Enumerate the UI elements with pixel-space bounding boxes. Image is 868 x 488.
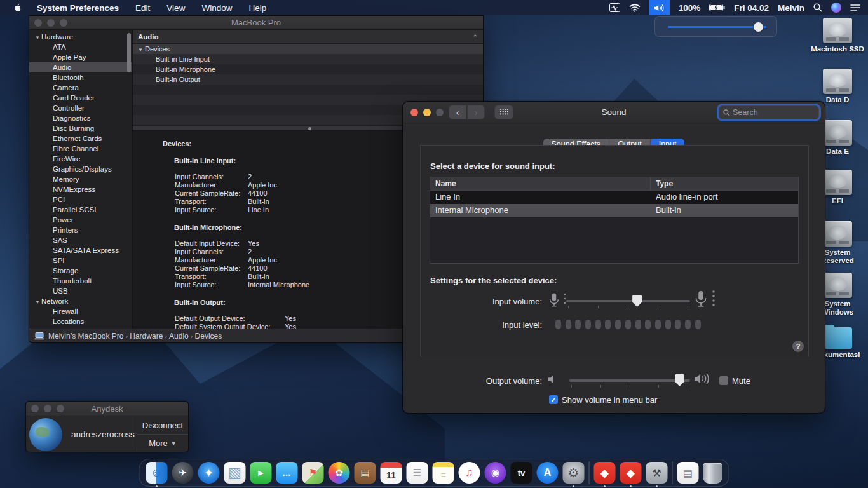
- sidebar-item-memory[interactable]: Memory: [29, 174, 132, 184]
- spotlight-search-icon[interactable]: [813, 0, 822, 15]
- sidebar-item-network[interactable]: ▼Network: [29, 296, 132, 306]
- sidebar-item-controller[interactable]: Controller: [29, 103, 132, 113]
- device-row-line-in[interactable]: Line InAudio line-in port: [430, 191, 798, 204]
- sound-title-bar[interactable]: ‹ › Sound: [403, 102, 825, 123]
- photo-frame-icon[interactable]: ▧: [224, 462, 246, 484]
- disclosure-triangle-icon[interactable]: ▼: [35, 33, 41, 43]
- column-header-type[interactable]: Type: [651, 177, 798, 190]
- anydesk-icon-2[interactable]: ◆: [620, 462, 642, 484]
- fast-user-switch[interactable]: Melvin: [778, 3, 804, 13]
- sidebar-item-nvmexpress[interactable]: NVMExpress: [29, 184, 132, 194]
- wifi-icon[interactable]: [629, 0, 641, 15]
- sidebar-item-locations[interactable]: Locations: [29, 316, 132, 327]
- breadcrumb-item[interactable]: Melvin’s MacBook Pro: [48, 332, 124, 341]
- sidebar-item-apple-pay[interactable]: Apple Pay: [29, 52, 132, 62]
- input-volume-slider[interactable]: [566, 300, 690, 302]
- menu-item-window[interactable]: Window: [201, 3, 232, 13]
- reminders-icon[interactable]: ☰: [407, 462, 428, 484]
- sidebar-item-thunderbolt[interactable]: Thunderbolt: [29, 276, 132, 286]
- launchpad-icon[interactable]: ✈: [172, 462, 194, 484]
- sidebar-item-printers[interactable]: Printers: [29, 225, 132, 235]
- sidebar-scrollbar[interactable]: [127, 33, 131, 72]
- notification-center-icon[interactable]: [850, 0, 860, 15]
- safari-icon[interactable]: ✦: [198, 462, 220, 484]
- menu-item-system-preferences[interactable]: System Preferences: [37, 3, 119, 13]
- document-icon[interactable]: ▤: [677, 462, 699, 484]
- sidebar-item-camera[interactable]: Camera: [29, 83, 132, 93]
- anydesk-icon[interactable]: ◆: [594, 462, 616, 484]
- sidebar-item-graphics-displays[interactable]: Graphics/Displays: [29, 164, 132, 174]
- archive-utility-icon[interactable]: ⚒: [646, 462, 668, 484]
- disclosure-triangle-icon[interactable]: ▼: [138, 45, 145, 55]
- notes-icon[interactable]: ≡: [433, 462, 454, 484]
- sidebar-item-label: Memory: [53, 175, 79, 183]
- volume-popover-knob[interactable]: [754, 22, 763, 32]
- podcasts-icon[interactable]: ◉: [485, 462, 506, 484]
- photos-icon[interactable]: ✿: [329, 462, 350, 484]
- menu-item-view[interactable]: View: [166, 3, 185, 13]
- desktop-icon-data-d[interactable]: Data D: [809, 69, 866, 104]
- sysinfo-title-bar[interactable]: MacBook Pro: [29, 16, 483, 30]
- menu-bar-clock[interactable]: Fri 04.02: [734, 3, 769, 13]
- disconnect-button[interactable]: Disconnect: [137, 417, 188, 435]
- sidebar-item-card-reader[interactable]: Card Reader: [29, 93, 132, 103]
- sidebar-item-audio[interactable]: Audio: [29, 62, 132, 72]
- sidebar-item-ata[interactable]: ATA: [29, 42, 132, 52]
- more-button[interactable]: More ▼: [137, 435, 188, 452]
- music-icon[interactable]: ♫: [459, 462, 480, 484]
- device-row-internal-microphone[interactable]: Internal MicrophoneBuilt-in: [430, 204, 798, 217]
- sidebar-item-hardware[interactable]: ▼Hardware: [29, 32, 132, 42]
- panel-header[interactable]: Audio ⌃: [133, 30, 483, 44]
- desktop-icon-macintosh-ssd[interactable]: Macintosh SSD: [809, 18, 866, 53]
- sidebar-item-storage[interactable]: Storage: [29, 266, 132, 276]
- tv-icon[interactable]: tv: [511, 462, 532, 484]
- calendar-icon[interactable]: 11: [381, 462, 402, 484]
- breadcrumb-item[interactable]: Hardware: [130, 332, 163, 341]
- breadcrumb-item[interactable]: Audio: [169, 332, 189, 341]
- sidebar-item-usb[interactable]: USB: [29, 286, 132, 296]
- help-button[interactable]: ?: [792, 341, 804, 352]
- finder-icon[interactable]: ☺: [146, 462, 168, 484]
- disclosure-triangle-icon[interactable]: ▼: [35, 297, 41, 308]
- sidebar-item-power[interactable]: Power: [29, 215, 132, 225]
- tree-row-built-in-microphone[interactable]: Built-in Microphone: [133, 64, 483, 74]
- sidebar-item-firewall[interactable]: Firewall: [29, 306, 132, 316]
- tree-row-devices[interactable]: ▼Devices: [133, 44, 483, 54]
- output-volume-slider[interactable]: [569, 379, 690, 382]
- menu-item-help[interactable]: Help: [248, 3, 266, 13]
- sidebar-item-sata-sata-express[interactable]: SATA/SATA Express: [29, 245, 132, 255]
- column-header-name[interactable]: Name: [430, 177, 651, 190]
- show-volume-checkbox[interactable]: ✓: [549, 395, 558, 404]
- sidebar-item-firewire[interactable]: FireWire: [29, 154, 132, 164]
- contacts-icon[interactable]: ▤: [355, 462, 376, 484]
- sidebar-item-fibre-channel[interactable]: Fibre Channel: [29, 144, 132, 154]
- menu-item-edit[interactable]: Edit: [135, 3, 150, 13]
- chevron-up-icon[interactable]: ⌃: [473, 34, 478, 41]
- trash-icon[interactable]: [703, 463, 722, 484]
- breadcrumb-item[interactable]: Devices: [195, 332, 222, 341]
- tree-row-built-in-line-input[interactable]: Built-in Line Input: [133, 54, 483, 64]
- activity-monitor-icon[interactable]: [609, 0, 620, 15]
- sidebar-item-spi[interactable]: SPI: [29, 255, 132, 266]
- mute-checkbox[interactable]: [719, 376, 728, 385]
- sidebar-item-diagnostics[interactable]: Diagnostics: [29, 113, 132, 123]
- sidebar-item-bluetooth[interactable]: Bluetooth: [29, 72, 132, 83]
- system-preferences-icon[interactable]: ⚙: [563, 462, 585, 484]
- search-input[interactable]: [733, 108, 803, 117]
- volume-icon[interactable]: [649, 0, 670, 15]
- search-field[interactable]: [719, 105, 819, 119]
- sidebar-item-sas[interactable]: SAS: [29, 235, 132, 245]
- maps-icon[interactable]: ⚑: [302, 462, 324, 484]
- sidebar-item-pci[interactable]: PCI: [29, 194, 132, 205]
- tree-row-built-in-output[interactable]: Built-in Output: [133, 74, 483, 85]
- messages-icon[interactable]: …: [276, 462, 298, 484]
- appstore-icon[interactable]: A: [537, 462, 559, 484]
- volume-popover-slider[interactable]: [668, 26, 766, 28]
- anydesk-title-bar[interactable]: Anydesk: [26, 402, 188, 416]
- sidebar-item-ethernet-cards[interactable]: Ethernet Cards: [29, 133, 132, 144]
- sidebar-item-disc-burning[interactable]: Disc Burning: [29, 123, 132, 133]
- facetime-icon[interactable]: ►: [250, 462, 272, 484]
- apple-menu-icon[interactable]: [8, 3, 27, 13]
- siri-icon[interactable]: [831, 0, 841, 15]
- sidebar-item-parallel-scsi[interactable]: Parallel SCSI: [29, 205, 132, 215]
